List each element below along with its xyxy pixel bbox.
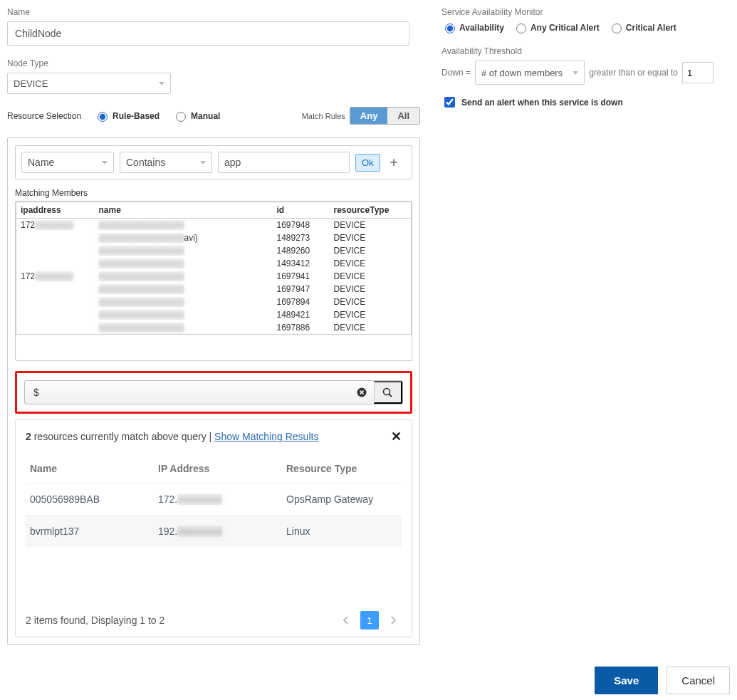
table-row: xxxxxxxxxxxxxxxxxxxxavi)1489273DEVICE	[16, 231, 412, 244]
rule-row: Name Contains Ok +	[15, 145, 412, 179]
results-summary: 2 resources currently match above query …	[26, 431, 318, 442]
node-type-select[interactable]: DEVICE	[7, 73, 171, 94]
save-button[interactable]: Save	[595, 667, 658, 694]
table-row: 172xxxxxxxxxxxxxxxxxxxxxxxxxxxxx1697941D…	[16, 270, 412, 283]
alert-checkbox-label: Send an alert when this service is down	[461, 98, 623, 108]
col-name: name	[95, 202, 273, 219]
table-row: xxxxxxxxxxxxxxxxxxxx1697886DEVICE	[16, 321, 412, 335]
table-row: bvrmlpt137192.xxxxxxxxxLinux	[26, 516, 402, 548]
svg-line-2	[390, 394, 392, 397]
resource-selection-label: Resource Selection	[7, 111, 81, 121]
down-value-input[interactable]	[682, 62, 714, 83]
search-icon[interactable]	[374, 381, 402, 404]
rules-panel: Name Contains Ok + Matching Members ipad…	[7, 137, 420, 645]
rule-field-select[interactable]: Name	[21, 152, 114, 173]
radio-availability[interactable]: Availability	[441, 21, 504, 33]
match-all-button[interactable]: All	[387, 108, 419, 124]
table-row: xxxxxxxxxxxxxxxxxxxx1493412DEVICE	[16, 257, 412, 270]
add-rule-button[interactable]: +	[386, 155, 402, 171]
match-any-button[interactable]: Any	[350, 108, 388, 124]
show-matching-link[interactable]: Show Matching Results	[214, 431, 318, 442]
rule-op-select[interactable]: Contains	[120, 152, 212, 173]
name-label: Name	[7, 7, 420, 17]
down-prefix: Down =	[441, 68, 471, 78]
rule-value-input[interactable]	[218, 152, 350, 173]
table-row: xxxxxxxxxxxxxxxxxxxx1697947DEVICE	[16, 283, 412, 296]
pager-next[interactable]	[385, 612, 402, 629]
cancel-button[interactable]: Cancel	[667, 667, 730, 694]
res-col-name: Name	[26, 456, 154, 484]
col-resourcetype: resourceType	[330, 202, 412, 219]
table-row: xxxxxxxxxxxxxxxxxxxx1489421DEVICE	[16, 308, 412, 321]
down-suffix: greater than or equal to	[589, 68, 678, 78]
radio-any-critical[interactable]: Any Critical Alert	[513, 21, 600, 33]
results-panel: 2 resources currently match above query …	[15, 419, 412, 637]
threshold-label: Availability Threshold	[441, 46, 730, 56]
radio-rule-based[interactable]: Rule-Based	[94, 110, 160, 122]
sam-label: Service Availability Monitor	[441, 7, 730, 17]
col-id: id	[273, 202, 330, 219]
table-row: 172xxxxxxxxxxxxxxxxxxxxxxxxxxxxx1697948D…	[16, 219, 412, 232]
pager-prev[interactable]	[338, 612, 355, 629]
matching-members-label: Matching Members	[15, 188, 412, 198]
res-col-type: Resource Type	[282, 456, 402, 484]
pager-page-1[interactable]: 1	[360, 611, 379, 630]
results-table: Name IP Address Resource Type 005056989B…	[26, 456, 402, 547]
rule-ok-button[interactable]: Ok	[355, 154, 380, 172]
radio-critical[interactable]: Critical Alert	[608, 21, 676, 33]
radio-manual[interactable]: Manual	[172, 110, 220, 122]
res-col-ip: IP Address	[154, 456, 282, 484]
close-icon[interactable]: ✕	[391, 429, 402, 444]
table-row: xxxxxxxxxxxxxxxxxxxx1489260DEVICE	[16, 244, 412, 257]
pager-info: 2 items found, Displaying 1 to 2	[26, 615, 164, 626]
clear-icon[interactable]	[350, 381, 374, 404]
col-ipaddress: ipaddress	[16, 202, 95, 219]
node-type-label: Node Type	[7, 58, 420, 68]
matching-members-table: ipaddress name id resourceType 172xxxxxx…	[16, 202, 412, 335]
query-input[interactable]	[25, 381, 350, 404]
match-rules-label: Match Rules	[302, 112, 345, 120]
query-search-box	[15, 371, 412, 414]
svg-point-1	[384, 388, 390, 395]
table-row: 005056989BAB172.xxxxxxxxxOpsRamp Gateway	[26, 484, 402, 516]
alert-checkbox[interactable]	[444, 97, 455, 108]
down-select[interactable]: # of down members	[475, 61, 585, 85]
name-input[interactable]	[7, 21, 409, 46]
table-row: xxxxxxxxxxxxxxxxxxxx1697894DEVICE	[16, 296, 412, 308]
